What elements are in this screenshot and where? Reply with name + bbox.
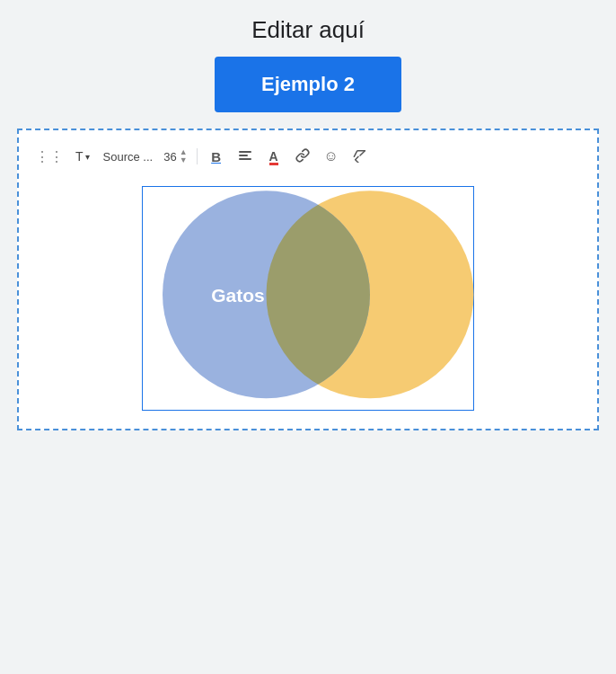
page-title: Editar aquí xyxy=(0,16,616,44)
svg-rect-0 xyxy=(239,151,251,153)
svg-line-3 xyxy=(360,150,365,155)
example-button[interactable]: Ejemplo 2 xyxy=(215,57,401,112)
venn-diagram-container: Gatos xyxy=(30,177,586,411)
text-type-dropdown-arrow: ▾ xyxy=(85,152,90,162)
edit-area[interactable]: ⋮⋮ T ▾ Source ... 36 ▲ ▼ B xyxy=(17,129,599,430)
venn-diagram-svg: Gatos xyxy=(125,160,502,439)
text-type-selector[interactable]: T ▾ xyxy=(71,146,94,166)
example-button-wrapper: Ejemplo 2 xyxy=(215,57,401,112)
venn-left-label: Gatos xyxy=(211,285,265,306)
text-type-label: T xyxy=(75,149,84,164)
drag-handle-icon[interactable]: ⋮⋮ xyxy=(35,148,64,165)
page-header: Editar aquí xyxy=(0,0,616,57)
svg-rect-1 xyxy=(239,155,248,156)
venn-border-box[interactable]: Gatos xyxy=(142,186,474,411)
